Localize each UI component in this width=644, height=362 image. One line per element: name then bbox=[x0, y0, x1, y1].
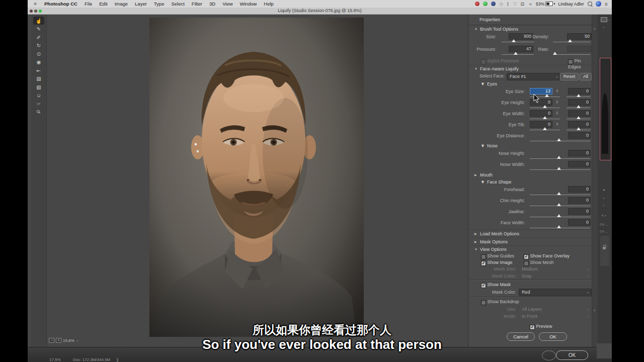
select-face-dropdown[interactable]: Face #1⌄ bbox=[507, 73, 560, 80]
size-slider[interactable] bbox=[502, 42, 534, 42]
liquify-canvas[interactable]: − + 15.8% ⌄ bbox=[47, 15, 468, 347]
face-tool[interactable]: ☺ bbox=[33, 92, 44, 100]
app-status-green-icon[interactable] bbox=[483, 2, 488, 6]
value-input[interactable]: 0 bbox=[568, 132, 591, 139]
bloat-tool[interactable]: ◉ bbox=[33, 58, 44, 66]
value-input[interactable]: 0 bbox=[568, 150, 591, 156]
slider[interactable] bbox=[530, 228, 590, 228]
section-view-options[interactable]: ▼ View Options bbox=[468, 245, 592, 252]
right-slider[interactable] bbox=[567, 130, 590, 130]
pressure-slider[interactable] bbox=[502, 54, 534, 55]
close-window-icon[interactable] bbox=[30, 10, 33, 13]
rate-slider[interactable] bbox=[553, 54, 590, 55]
mask-color-dropdown[interactable]: Red⌄ bbox=[519, 289, 592, 296]
reconstruct-tool[interactable]: ✎ bbox=[33, 25, 44, 33]
link-icon[interactable]: ∞ bbox=[555, 99, 559, 105]
scroll-down-icon[interactable]: ∨ bbox=[592, 308, 597, 312]
slider[interactable] bbox=[530, 141, 590, 141]
show-backdrop-checkbox[interactable]: ✓ Show Backdrop bbox=[481, 299, 519, 305]
siri-icon[interactable] bbox=[596, 1, 601, 7]
menu-item-type[interactable]: Type bbox=[150, 1, 168, 7]
spotlight-icon[interactable] bbox=[588, 2, 592, 6]
link-icon[interactable]: ∞ bbox=[555, 88, 559, 94]
forward-warp-tool[interactable]: ☝ bbox=[33, 17, 44, 25]
menu-item-help[interactable]: Help bbox=[260, 1, 277, 7]
display-mirroring-icon[interactable]: ⊡ bbox=[521, 2, 525, 7]
app-status-red-icon[interactable] bbox=[475, 2, 479, 6]
left-slider[interactable] bbox=[530, 130, 560, 130]
slider[interactable] bbox=[530, 206, 590, 206]
value-input[interactable]: 0 bbox=[568, 219, 591, 226]
density-slider[interactable] bbox=[553, 42, 590, 42]
pucker-tool[interactable]: ⊙ bbox=[33, 50, 44, 58]
minimize-window-icon[interactable] bbox=[34, 10, 37, 13]
menu-item-image[interactable]: Image bbox=[111, 1, 131, 7]
all-button[interactable]: All bbox=[580, 73, 592, 80]
section-eyes[interactable]: ▼Eyes bbox=[468, 80, 592, 87]
panel-icon[interactable] bbox=[601, 17, 607, 22]
right-slider[interactable] bbox=[567, 119, 590, 119]
reset-button[interactable]: Reset bbox=[560, 73, 579, 80]
battery-indicator[interactable]: 53% bbox=[536, 2, 555, 7]
menu-item-select[interactable]: Select bbox=[168, 1, 188, 7]
twirl-clockwise-tool-icon: ↻ bbox=[37, 43, 41, 48]
slider[interactable] bbox=[530, 169, 590, 170]
zoom-tool[interactable]: ⚲ bbox=[33, 108, 44, 116]
bluetooth-icon[interactable]: ᛒ bbox=[507, 2, 509, 7]
section-mouth[interactable]: ▶Mouth bbox=[468, 171, 592, 178]
menu-item-layer[interactable]: Layer bbox=[131, 1, 150, 7]
menu-item-3d[interactable]: 3D bbox=[206, 1, 219, 7]
right-slider[interactable] bbox=[567, 97, 590, 97]
app-status-blue-icon[interactable] bbox=[491, 2, 496, 6]
notification-center-icon[interactable]: ≡ bbox=[605, 1, 608, 7]
apple-icon[interactable]: ⍟ bbox=[28, 1, 41, 7]
push-left-tool[interactable]: ⇤ bbox=[33, 66, 44, 74]
user-menu[interactable]: Lindsay Adler bbox=[558, 2, 584, 7]
twirl-clockwise-tool[interactable]: ↻ bbox=[33, 42, 44, 50]
heart-icon[interactable]: ♡ bbox=[513, 2, 517, 7]
section-load-mesh-options[interactable]: ▶Load Mesh Options bbox=[468, 229, 592, 237]
panel-scrollbar[interactable]: ∧ ∨ bbox=[592, 15, 597, 347]
menu-item-photoshop-cc[interactable]: Photoshop CC bbox=[41, 1, 81, 7]
menu-item-view[interactable]: View bbox=[219, 1, 236, 7]
show-guides-checkbox[interactable]: ✓ Show Guides bbox=[481, 253, 514, 259]
collapse-arrow-icon[interactable]: ▲ bbox=[602, 188, 605, 191]
section-face-shape[interactable]: ▼Face Shape bbox=[468, 178, 592, 185]
left-slider[interactable] bbox=[530, 119, 560, 119]
link-icon[interactable]: ∞ bbox=[555, 110, 559, 116]
status-zoom[interactable]: 17.5% bbox=[49, 357, 61, 362]
freeze-mask-tool[interactable]: ▨ bbox=[33, 75, 44, 83]
smooth-tool[interactable]: ✐ bbox=[33, 33, 44, 41]
menu-item-edit[interactable]: Edit bbox=[96, 1, 111, 7]
navigator-thumbnail[interactable] bbox=[600, 58, 611, 160]
show-mask-checkbox[interactable]: ✓ Show Mask bbox=[481, 282, 511, 288]
value-input[interactable]: 0 bbox=[568, 197, 591, 204]
section-nose[interactable]: ▼Nose bbox=[468, 142, 592, 149]
left-slider[interactable] bbox=[530, 108, 560, 108]
zoom-window-icon[interactable] bbox=[39, 10, 42, 13]
slider[interactable] bbox=[530, 158, 590, 159]
clock-icon[interactable]: ◷ bbox=[499, 2, 503, 7]
slider[interactable] bbox=[530, 195, 590, 195]
value-input[interactable]: 0 bbox=[568, 161, 591, 167]
slider[interactable] bbox=[530, 217, 590, 217]
left-value-input[interactable]: 0 bbox=[530, 121, 552, 128]
right-slider[interactable] bbox=[567, 108, 590, 108]
status-arrow-icon[interactable]: ❯ bbox=[116, 357, 119, 362]
link-icon[interactable]: ∞ bbox=[555, 121, 559, 127]
thaw-mask-tool[interactable]: ▧ bbox=[33, 83, 44, 91]
value-input[interactable]: 0 bbox=[568, 208, 591, 215]
document-title-bar[interactable]: Liquify (Studio Session-076.jpg @ 15.8%) bbox=[28, 8, 612, 15]
hand-tool[interactable]: ☞ bbox=[33, 100, 44, 108]
volume-icon[interactable]: ◄ bbox=[528, 2, 532, 7]
section-brush-tool-options[interactable]: ▼ Brush Tool Options bbox=[468, 25, 592, 32]
left-value-input[interactable]: 0 bbox=[530, 110, 552, 117]
show-face-overlay-checkbox[interactable]: ✓ Show Face Overlay bbox=[524, 253, 570, 259]
menu-item-filter[interactable]: Filter bbox=[188, 1, 206, 7]
value-input[interactable]: 0 bbox=[568, 186, 591, 193]
menu-item-window[interactable]: Window bbox=[236, 1, 261, 7]
section-mask-options[interactable]: ▶Mask Options bbox=[468, 237, 592, 245]
scroll-up-icon[interactable]: ∧ bbox=[592, 27, 597, 30]
pin-edges-checkbox[interactable]: ✓ Pin Edges bbox=[568, 58, 592, 69]
menu-item-file[interactable]: File bbox=[81, 1, 96, 7]
